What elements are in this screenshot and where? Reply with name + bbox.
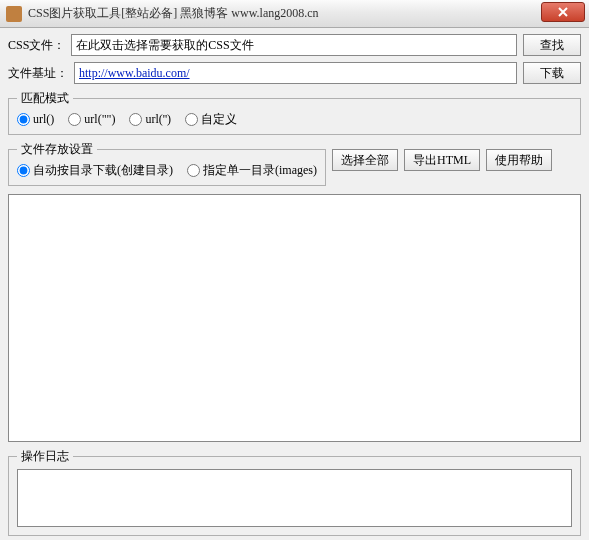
log-group: 操作日志 (8, 448, 581, 536)
log-legend: 操作日志 (17, 448, 73, 465)
title-bar: CSS图片获取工具[整站必备] 黑狼博客 www.lang2008.cn (0, 0, 589, 28)
results-list[interactable] (8, 194, 581, 442)
save-auto-radio[interactable] (17, 164, 30, 177)
match-custom-label: 自定义 (201, 111, 237, 128)
close-icon (558, 7, 568, 17)
match-url-plain-radio[interactable] (17, 113, 30, 126)
match-url-dq-radio[interactable] (68, 113, 81, 126)
match-url-sq-radio[interactable] (129, 113, 142, 126)
save-settings-group: 文件存放设置 自动按目录下载(创建目录) 指定单一目录(images) (8, 141, 326, 186)
match-url-sq[interactable]: url('') (129, 112, 171, 127)
file-base-row: 文件基址： 下载 (8, 62, 581, 84)
file-base-input[interactable] (74, 62, 517, 84)
help-button[interactable]: 使用帮助 (486, 149, 552, 171)
save-single-radio[interactable] (187, 164, 200, 177)
log-textarea[interactable] (17, 469, 572, 527)
save-auto[interactable]: 自动按目录下载(创建目录) (17, 162, 173, 179)
save-toolbar-row: 文件存放设置 自动按目录下载(创建目录) 指定单一目录(images) 选择全部… (8, 141, 581, 192)
save-single-label: 指定单一目录(images) (203, 162, 317, 179)
save-settings-options: 自动按目录下载(创建目录) 指定单一目录(images) (17, 162, 317, 179)
action-buttons: 选择全部 导出HTML 使用帮助 (332, 141, 552, 171)
match-mode-options: url() url("") url('') 自定义 (17, 111, 572, 128)
match-url-plain-label: url() (33, 112, 54, 127)
css-file-label: CSS文件： (8, 37, 65, 54)
export-html-button[interactable]: 导出HTML (404, 149, 480, 171)
match-custom-radio[interactable] (185, 113, 198, 126)
match-url-dq[interactable]: url("") (68, 112, 115, 127)
download-button[interactable]: 下载 (523, 62, 581, 84)
app-icon (6, 6, 22, 22)
save-auto-label: 自动按目录下载(创建目录) (33, 162, 173, 179)
file-base-label: 文件基址： (8, 65, 68, 82)
css-file-row: CSS文件： 查找 (8, 34, 581, 56)
match-url-plain[interactable]: url() (17, 112, 54, 127)
match-custom[interactable]: 自定义 (185, 111, 237, 128)
match-url-sq-label: url('') (145, 112, 171, 127)
match-mode-legend: 匹配模式 (17, 90, 73, 107)
save-settings-legend: 文件存放设置 (17, 141, 97, 158)
select-all-button[interactable]: 选择全部 (332, 149, 398, 171)
match-mode-group: 匹配模式 url() url("") url('') 自定义 (8, 90, 581, 135)
close-button[interactable] (541, 2, 585, 22)
match-url-dq-label: url("") (84, 112, 115, 127)
window-title: CSS图片获取工具[整站必备] 黑狼博客 www.lang2008.cn (28, 5, 319, 22)
find-button[interactable]: 查找 (523, 34, 581, 56)
save-single[interactable]: 指定单一目录(images) (187, 162, 317, 179)
css-file-input[interactable] (71, 34, 517, 56)
client-area: CSS文件： 查找 文件基址： 下载 匹配模式 url() url("") ur… (0, 28, 589, 540)
